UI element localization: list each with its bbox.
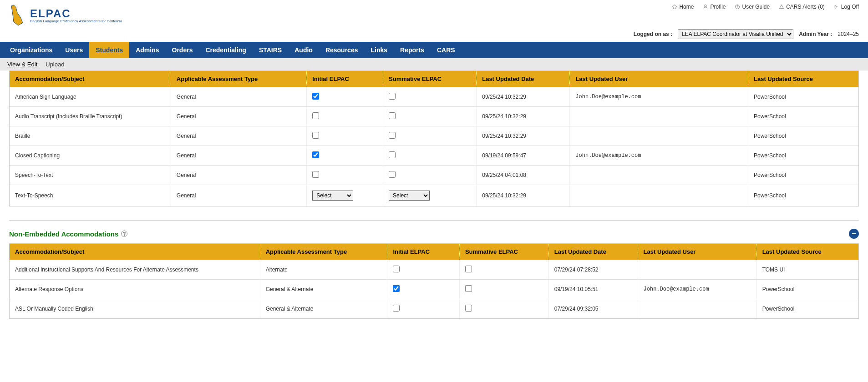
checkbox[interactable] bbox=[465, 266, 472, 272]
table-row: Text-To-SpeechGeneralSelectSelect09/25/2… bbox=[10, 185, 858, 206]
nav-item-cars[interactable]: CARS bbox=[431, 42, 462, 58]
checkbox[interactable] bbox=[312, 93, 319, 100]
cell-summative bbox=[459, 280, 548, 299]
admin-year-label: Admin Year : bbox=[799, 31, 832, 37]
cell-source: PowerSchool bbox=[748, 107, 859, 126]
column-header[interactable]: Summative ELPAC bbox=[459, 244, 548, 260]
section-help-icon[interactable]: ? bbox=[121, 231, 127, 237]
cell-source: TOMS UI bbox=[756, 260, 858, 280]
profile-link[interactable]: Profile bbox=[703, 4, 726, 10]
column-header[interactable]: Summative ELPAC bbox=[383, 71, 477, 87]
cell-type: General bbox=[171, 146, 306, 166]
nav-item-admins[interactable]: Admins bbox=[129, 42, 165, 58]
subnav-view-edit[interactable]: View & Edit bbox=[7, 61, 37, 68]
subnav-upload[interactable]: Upload bbox=[46, 61, 64, 68]
checkbox[interactable] bbox=[312, 151, 319, 158]
checkbox[interactable] bbox=[393, 285, 400, 292]
section-title-non-embedded: Non-Embedded Accommodations ? bbox=[9, 230, 127, 238]
nav-item-links[interactable]: Links bbox=[364, 42, 394, 58]
column-header[interactable]: Applicable Assessment Type bbox=[171, 71, 306, 87]
nav-item-organizations[interactable]: Organizations bbox=[4, 42, 59, 58]
column-header[interactable]: Applicable Assessment Type bbox=[260, 244, 387, 260]
non-embedded-accommodations-table: Accommodation/SubjectApplicable Assessme… bbox=[9, 243, 859, 319]
home-link[interactable]: Home bbox=[672, 4, 694, 10]
column-header[interactable]: Last Updated Date bbox=[477, 71, 570, 87]
cell-initial bbox=[307, 87, 383, 107]
column-header[interactable]: Accommodation/Subject bbox=[10, 244, 260, 260]
collapse-button[interactable]: − bbox=[849, 229, 859, 239]
column-header[interactable]: Initial ELPAC bbox=[387, 244, 460, 260]
cell-summative bbox=[383, 126, 477, 146]
column-header[interactable]: Last Updated User bbox=[638, 244, 756, 260]
table-row: American Sign LanguageGeneral09/25/24 10… bbox=[10, 87, 858, 107]
checkbox[interactable] bbox=[465, 285, 472, 292]
cell-summative bbox=[459, 299, 548, 319]
nav-item-audio[interactable]: Audio bbox=[288, 42, 319, 58]
cars-alerts-link[interactable]: CARS Alerts (0) bbox=[779, 4, 825, 10]
user-guide-link[interactable]: ? User Guide bbox=[735, 4, 770, 10]
cell-user bbox=[638, 299, 756, 319]
nav-item-reports[interactable]: Reports bbox=[394, 42, 431, 58]
logoff-link[interactable]: Log Off bbox=[834, 4, 859, 10]
column-header[interactable]: Last Updated Source bbox=[756, 244, 858, 260]
cell-summative bbox=[383, 166, 477, 185]
column-header[interactable]: Last Updated Date bbox=[548, 244, 638, 260]
cell-user bbox=[570, 185, 748, 206]
section-title-text: Non-Embedded Accommodations bbox=[9, 230, 118, 238]
checkbox[interactable] bbox=[389, 93, 396, 100]
main-nav: OrganizationsUsersStudentsAdminsOrdersCr… bbox=[0, 42, 868, 58]
checkbox[interactable] bbox=[389, 112, 396, 119]
cell-initial bbox=[307, 146, 383, 166]
column-header[interactable]: Last Updated Source bbox=[748, 71, 859, 87]
column-header[interactable]: Last Updated User bbox=[570, 71, 748, 87]
cell-user bbox=[570, 107, 748, 126]
table-row: Speech-To-TextGeneral09/25/24 04:01:08Po… bbox=[10, 166, 858, 185]
tts-select[interactable]: Select bbox=[389, 191, 430, 201]
cell-user: John.Doe@example.com bbox=[570, 146, 748, 166]
cell-type: General & Alternate bbox=[260, 299, 387, 319]
cell-date: 09/25/24 04:01:08 bbox=[477, 166, 570, 185]
table-row: Alternate Response OptionsGeneral & Alte… bbox=[10, 280, 858, 299]
table-row: ASL Or Manually Coded EnglishGeneral & A… bbox=[10, 299, 858, 319]
embedded-accommodations-table: Accommodation/SubjectApplicable Assessme… bbox=[9, 70, 859, 206]
checkbox[interactable] bbox=[389, 151, 396, 158]
checkbox[interactable] bbox=[465, 305, 472, 312]
cell-source: PowerSchool bbox=[748, 166, 859, 185]
logoff-label: Log Off bbox=[841, 4, 859, 10]
profile-label: Profile bbox=[710, 4, 726, 10]
cell-summative: Select bbox=[383, 185, 477, 206]
home-icon bbox=[672, 4, 677, 10]
cell-summative bbox=[383, 87, 477, 107]
nav-item-credentialing[interactable]: Credentialing bbox=[199, 42, 252, 58]
checkbox[interactable] bbox=[393, 305, 400, 312]
nav-item-orders[interactable]: Orders bbox=[166, 42, 199, 58]
nav-item-users[interactable]: Users bbox=[59, 42, 89, 58]
logo-title: ELPAC bbox=[30, 7, 122, 20]
nav-item-stairs[interactable]: STAIRS bbox=[253, 42, 288, 58]
cell-initial: Select bbox=[307, 185, 383, 206]
logo: ELPAC English Language Proficiency Asses… bbox=[9, 4, 122, 26]
cell-date: 09/25/24 10:32:29 bbox=[477, 126, 570, 146]
profile-icon bbox=[703, 4, 708, 10]
logo-subtitle: English Language Proficiency Assessments… bbox=[30, 19, 122, 23]
cell-source: PowerSchool bbox=[748, 185, 859, 206]
tts-select[interactable]: Select bbox=[312, 191, 353, 201]
role-select[interactable]: LEA ELPAC Coordinator at Visalia Unified bbox=[678, 29, 793, 39]
checkbox[interactable] bbox=[389, 171, 396, 178]
checkbox[interactable] bbox=[389, 132, 396, 139]
nav-item-students[interactable]: Students bbox=[89, 42, 129, 58]
checkbox[interactable] bbox=[312, 132, 319, 139]
cell-summative bbox=[383, 146, 477, 166]
column-header[interactable]: Initial ELPAC bbox=[307, 71, 383, 87]
checkbox[interactable] bbox=[393, 266, 400, 272]
california-icon bbox=[9, 4, 26, 26]
cell-type: General bbox=[171, 126, 306, 146]
column-header[interactable]: Accommodation/Subject bbox=[10, 71, 171, 87]
cell-initial bbox=[307, 166, 383, 185]
checkbox[interactable] bbox=[312, 112, 319, 119]
cell-date: 09/25/24 10:32:29 bbox=[477, 87, 570, 107]
nav-item-resources[interactable]: Resources bbox=[319, 42, 365, 58]
cell-user: John.Doe@example.com bbox=[638, 280, 756, 299]
cell-initial bbox=[387, 299, 460, 319]
checkbox[interactable] bbox=[312, 171, 319, 178]
